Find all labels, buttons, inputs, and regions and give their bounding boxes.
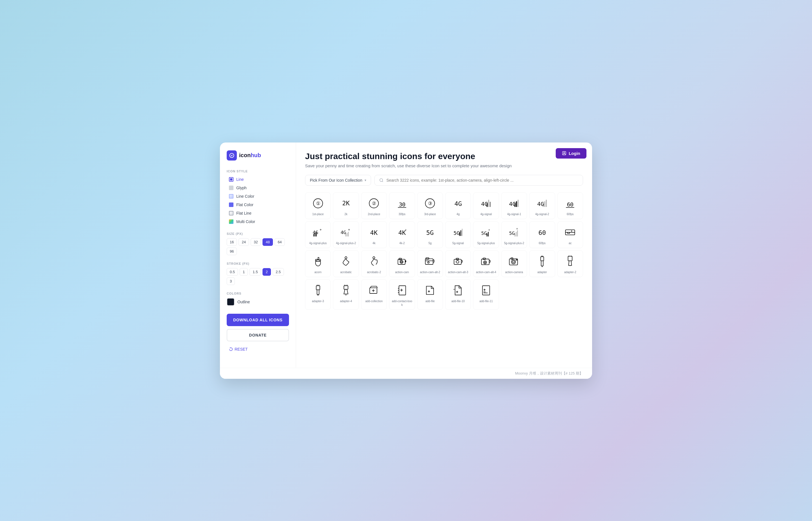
download-all-btn[interactable]: DOWNLOAD ALL ICONS [227,314,289,326]
icon-1st-place[interactable]: ① 1st-place [305,192,331,219]
svg-text:+: + [319,227,322,231]
login-button[interactable]: Login [556,148,586,159]
style-line[interactable]: Line [227,176,289,183]
stroke-3[interactable]: 3 [227,277,235,285]
svg-rect-44 [461,230,461,236]
svg-rect-91 [540,256,543,261]
svg-rect-17 [487,203,488,207]
svg-rect-32 [316,232,317,236]
svg-point-87 [511,260,516,264]
size-64[interactable]: 64 [275,238,285,246]
style-preview-glyph [229,186,233,190]
icon-60fps[interactable]: 60 60fps [557,192,583,219]
svg-text:4G: 4G [454,200,462,207]
svg-rect-23 [543,203,544,207]
icon-acrobatic[interactable]: acrobatic [333,250,359,277]
size-32[interactable]: 32 [251,238,261,246]
icon-3rd-place[interactable]: ③ 3rd-place [417,192,443,219]
svg-text:5G: 5G [509,231,515,236]
style-line-color[interactable]: Line Color [227,192,289,200]
icons-grid: ① 1st-place 2K 2k [305,192,583,310]
icon-4g-signal-plus[interactable]: 4G + 4g-signal-plus [305,221,331,248]
search-input[interactable] [386,178,578,182]
style-flat-color[interactable]: Flat Color [227,201,289,208]
icon-4g-signal-plus-2[interactable]: 4G + 4g-signal-plus-2 [333,221,359,248]
style-preview-line-color [229,194,233,199]
icon-action-cam-alt-3[interactable]: action-cam-alt-3 [445,250,471,277]
collection-dropdown[interactable]: Pick From Our Icon Collection ▾ [305,175,371,186]
svg-rect-49 [488,232,489,236]
reset-label: RESET [235,347,248,352]
svg-text:③: ③ [428,201,432,206]
icon-adapter-2[interactable]: adapter-2 [557,250,583,277]
icon-action-cam-alt-2[interactable]: action-cam-alt-2 [417,250,443,277]
style-preview-multi-color [229,219,233,224]
icon-2nd-place[interactable]: ② 2nd-place [361,192,387,219]
icon-5g[interactable]: 5G 5g [417,221,443,248]
style-glyph[interactable]: Glyph [227,184,289,191]
svg-rect-82 [483,258,486,260]
icon-4g[interactable]: 4G 4g [445,192,471,219]
svg-text:5G: 5G [453,230,460,236]
svg-text:②: ② [372,201,376,206]
style-flat-line[interactable]: Flat Line [227,209,289,217]
svg-text:5G: 5G [426,229,434,236]
icon-ac[interactable]: ac [557,221,583,248]
svg-rect-19 [515,203,516,207]
stroke-15[interactable]: 1.5 [250,268,261,276]
icon-acorn[interactable]: acorn [305,250,331,277]
stroke-05[interactable]: 0.5 [227,268,238,276]
icon-action-cam[interactable]: action-cam [389,250,415,277]
icon-adapter[interactable]: adapter [529,250,555,277]
icon-5g-signal[interactable]: 5G 5g-signal [445,221,471,248]
icon-acrobatic-2[interactable]: acrobatic-2 [361,250,387,277]
icon-5g-signal-plus[interactable]: 5G + 5g-signal-plus [473,221,499,248]
style-multi-color[interactable]: Multi Color [227,218,289,225]
svg-rect-36 [347,233,348,236]
svg-text:2: 2 [405,228,406,231]
size-row: 16 24 32 48 64 96 [227,238,289,255]
stroke-1[interactable]: 1 [240,268,248,276]
icon-action-cam-alt-4[interactable]: action-cam-alt-4 [473,250,499,277]
icon-adapter-4[interactable]: adapter-4 [333,279,359,310]
svg-rect-85 [489,260,490,262]
style-preview-flat-color [229,203,233,207]
icon-add-file[interactable]: add-file [417,279,443,310]
stroke-label: STROKE (PX) [227,262,289,265]
size-96[interactable]: 96 [227,248,237,255]
icon-5g-signal-plus-2[interactable]: 5G + 5g-signal-plus-2 [501,221,527,248]
svg-rect-31 [315,233,316,236]
svg-rect-92 [541,261,543,266]
icon-4g-signal-2[interactable]: 4G 4g-signal-2 [529,192,555,219]
icon-4g-signal-1[interactable]: 4G 4g-signal-1 [501,192,527,219]
icon-action-camera[interactable]: action-camera [501,250,527,277]
svg-point-75 [428,261,429,263]
icon-adapter-3[interactable]: adapter-3 [305,279,331,310]
stroke-2[interactable]: 2 [262,268,271,276]
icon-add-collection[interactable]: add-collection [361,279,387,310]
top-bar: Login [556,148,586,159]
stroke-25[interactable]: 2.5 [273,268,284,276]
icon-2k[interactable]: 2K 2k [333,192,359,219]
icon-add-contact-book[interactable]: add-contact-book [389,279,415,310]
icon-30fps[interactable]: 30 30fps [389,192,415,219]
svg-rect-54 [517,230,518,236]
svg-text:60: 60 [567,201,573,208]
login-icon [562,151,567,156]
icon-4g-signal[interactable]: 4G 4g-signal [473,192,499,219]
svg-point-90 [516,259,517,260]
donate-btn[interactable]: DONATE [227,329,289,341]
outline-color-label: Outline [237,300,250,304]
icon-60fps-2[interactable]: 60 60fps [529,221,555,248]
size-24[interactable]: 24 [238,238,249,246]
size-16[interactable]: 16 [227,238,237,246]
svg-rect-48 [487,233,488,236]
outline-color-swatch[interactable] [227,298,235,306]
icon-4k[interactable]: 4K 4k [361,221,387,248]
icon-4k-2[interactable]: 4K 2 4k-2 [389,221,415,248]
size-48[interactable]: 48 [262,238,273,246]
icon-add-file-10[interactable]: add-file-10 [445,279,471,310]
svg-rect-16 [490,202,491,207]
reset-btn[interactable]: RESET [227,346,289,353]
icon-add-file-11[interactable]: add-file-11 [473,279,499,310]
